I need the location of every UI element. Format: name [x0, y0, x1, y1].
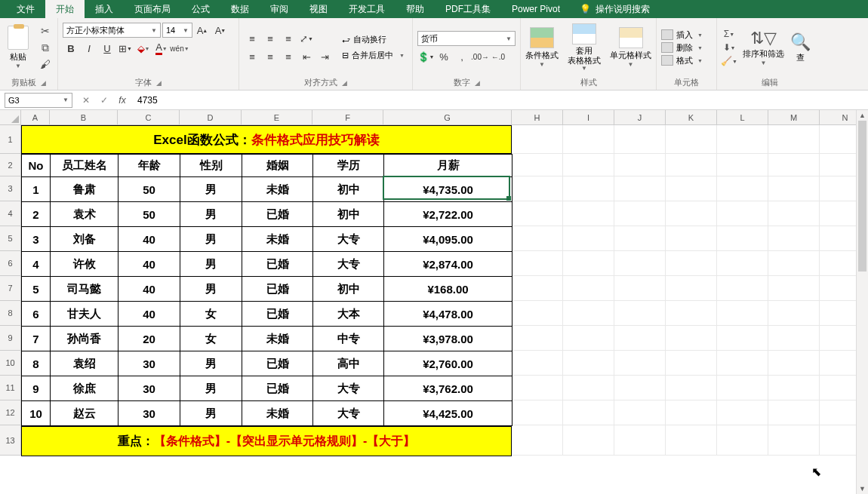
row-header-7[interactable]: 7 [0, 276, 21, 301]
tab-帮助[interactable]: 帮助 [396, 0, 435, 18]
percent-button[interactable]: % [436, 49, 452, 64]
cell-no-4[interactable]: 4 [22, 252, 51, 277]
cell-edu-4[interactable]: 大专 [313, 252, 384, 277]
cell-no-2[interactable]: 2 [22, 202, 51, 227]
cell-name-9[interactable]: 徐庶 [51, 376, 119, 401]
cell-no-6[interactable]: 6 [22, 302, 51, 327]
cell-name-3[interactable]: 刘备 [51, 227, 119, 252]
wrap-text-button[interactable]: ⮐自动换行 [342, 34, 405, 45]
row-header-10[interactable]: 10 [0, 351, 21, 376]
increase-decimal-button[interactable]: .00→ [472, 49, 488, 64]
orientation-button[interactable]: ⤢▼ [298, 31, 315, 46]
number-launcher-icon[interactable]: ◢ [475, 79, 480, 87]
cell-marry-7[interactable]: 未婚 [242, 327, 313, 351]
cell-no-3[interactable]: 3 [22, 227, 51, 252]
cell-sex-9[interactable]: 男 [180, 376, 242, 401]
cell-sex-5[interactable]: 男 [180, 277, 242, 302]
cell-sex-10[interactable]: 男 [180, 401, 242, 426]
col-header-K[interactable]: K [666, 110, 717, 125]
alignment-launcher-icon[interactable]: ◢ [342, 79, 347, 87]
bold-button[interactable]: B [63, 41, 79, 56]
cell-edu-1[interactable]: 初中 [313, 177, 384, 202]
cell-no-10[interactable]: 10 [22, 401, 51, 426]
row-header-4[interactable]: 4 [0, 201, 21, 226]
cell-edu-6[interactable]: 大本 [313, 302, 384, 327]
cell-marry-10[interactable]: 未婚 [242, 401, 313, 426]
italic-button[interactable]: I [81, 41, 97, 56]
tab-视图[interactable]: 视图 [299, 0, 338, 18]
tab-审阅[interactable]: 审阅 [260, 0, 299, 18]
cancel-formula-button[interactable]: ✕ [77, 93, 95, 108]
cell-age-2[interactable]: 50 [119, 202, 180, 227]
cell-age-1[interactable]: 50 [119, 177, 180, 202]
cell-marry-5[interactable]: 已婚 [242, 277, 313, 302]
cell-no-1[interactable]: 1 [22, 177, 51, 202]
cell-sex-4[interactable]: 男 [180, 252, 242, 277]
col-header-B[interactable]: B [50, 110, 118, 125]
autosum-button[interactable]: Σ▼ [722, 28, 737, 40]
cell-marry-2[interactable]: 已婚 [242, 202, 313, 227]
cell-sex-3[interactable]: 男 [180, 227, 242, 252]
tab-开始[interactable]: 开始 [45, 0, 85, 18]
cell-no-7[interactable]: 7 [22, 327, 51, 351]
col-header-J[interactable]: J [614, 110, 666, 125]
accept-formula-button[interactable]: ✓ [95, 93, 113, 108]
header-性别[interactable]: 性别 [180, 155, 242, 177]
col-header-M[interactable]: M [768, 110, 820, 125]
cell-salary-10[interactable]: ¥4,425.00 [384, 401, 512, 426]
find-select-button[interactable]: 🔍 查 [790, 32, 811, 63]
tab-数据[interactable]: 数据 [220, 0, 260, 18]
header-年龄[interactable]: 年龄 [119, 155, 180, 177]
row-header-8[interactable]: 8 [0, 301, 21, 326]
cell-name-8[interactable]: 袁绍 [51, 351, 119, 376]
insert-cells-button[interactable]: 插入▼ [661, 29, 703, 41]
merge-center-button[interactable]: ⊟合并后居中▼ [342, 50, 405, 61]
cell-styles-button[interactable]: 单元格样式 ▼ [610, 27, 651, 68]
cell-sex-8[interactable]: 男 [180, 351, 242, 376]
row-header-13[interactable]: 13 [0, 425, 21, 456]
sort-filter-button[interactable]: ⇅▽ 排序和筛选 ▼ [743, 29, 784, 66]
align-top-button[interactable]: ≡ [244, 31, 260, 46]
copy-button[interactable]: ⧉ [38, 40, 53, 55]
row-header-11[interactable]: 11 [0, 376, 21, 400]
tab-页面布局[interactable]: 页面布局 [124, 0, 181, 18]
header-婚姻[interactable]: 婚姻 [242, 155, 313, 177]
cell-edu-10[interactable]: 大专 [313, 401, 384, 426]
cell-age-6[interactable]: 40 [119, 302, 180, 327]
row-header-5[interactable]: 5 [0, 226, 21, 251]
col-header-C[interactable]: C [118, 110, 180, 125]
header-学历[interactable]: 学历 [313, 155, 384, 177]
scroll-up-icon[interactable]: ▲ [857, 110, 868, 121]
align-right-button[interactable]: ≡ [280, 49, 297, 64]
header-月薪[interactable]: 月薪 [384, 155, 512, 177]
tab-文件[interactable]: 文件 [6, 0, 45, 18]
cell-no-9[interactable]: 9 [22, 376, 51, 401]
delete-cells-button[interactable]: 删除▼ [661, 42, 703, 54]
footer-cell[interactable]: 重点：【条件格式】-【突出显示单元格规则】-【大于】 [21, 426, 512, 456]
tab-公式[interactable]: 公式 [181, 0, 220, 18]
col-header-H[interactable]: H [512, 110, 563, 125]
cell-sex-1[interactable]: 男 [180, 177, 242, 202]
cell-name-4[interactable]: 许攸 [51, 252, 119, 277]
cell-name-7[interactable]: 孙尚香 [51, 327, 119, 351]
cell-salary-3[interactable]: ¥4,095.00 [384, 227, 512, 252]
comma-button[interactable]: , [454, 49, 470, 64]
row-header-9[interactable]: 9 [0, 326, 21, 351]
spreadsheet-grid[interactable]: ABCDEFGHIJKLMN 12345678910111213 Excel函数… [0, 110, 868, 494]
cell-marry-3[interactable]: 未婚 [242, 227, 313, 252]
title-cell[interactable]: Excel函数公式：条件格式应用技巧解读 [21, 125, 512, 154]
row-header-6[interactable]: 6 [0, 251, 21, 276]
fill-button[interactable]: ⬇▼ [722, 41, 737, 54]
cell-name-1[interactable]: 鲁肃 [51, 177, 119, 202]
select-all-corner[interactable] [0, 110, 21, 125]
col-header-E[interactable]: E [242, 110, 312, 125]
col-header-G[interactable]: G [383, 110, 512, 125]
col-header-D[interactable]: D [180, 110, 242, 125]
font-size-combo[interactable]: 14▼ [162, 23, 192, 38]
cell-salary-9[interactable]: ¥3,762.00 [384, 376, 512, 401]
underline-button[interactable]: U [99, 41, 115, 56]
paste-button[interactable]: 粘贴 ▼ [5, 26, 32, 69]
cell-no-5[interactable]: 5 [22, 277, 51, 302]
cell-marry-1[interactable]: 未婚 [242, 177, 313, 202]
font-name-combo[interactable]: 方正小标宋简体▼ [63, 23, 161, 38]
